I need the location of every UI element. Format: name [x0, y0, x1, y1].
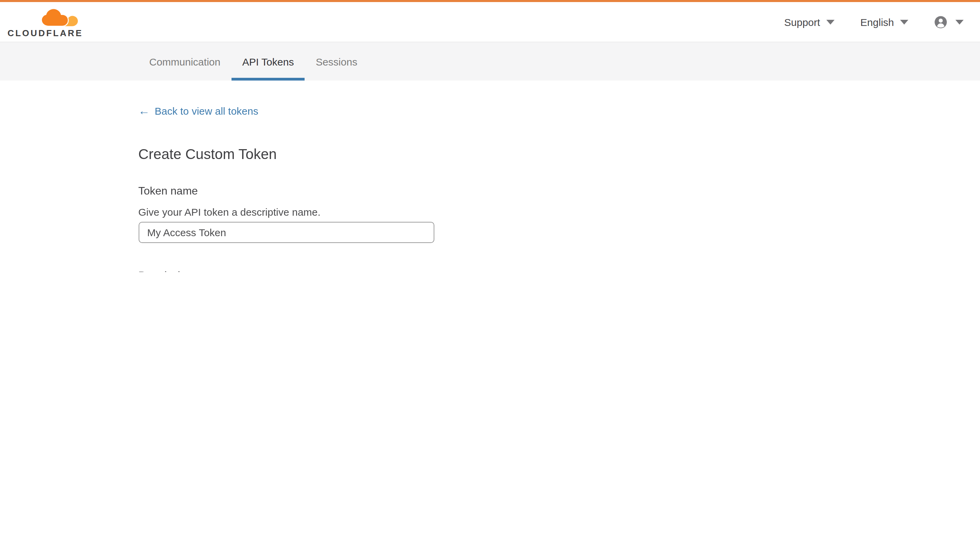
- chevron-down-icon: [900, 19, 908, 24]
- token-name-input[interactable]: [138, 222, 434, 243]
- permissions-heading: Permissions: [138, 270, 842, 272]
- chevron-down-icon: [955, 19, 964, 24]
- token-name-heading: Token name: [138, 185, 842, 197]
- chevron-down-icon: [826, 19, 835, 24]
- back-arrow-icon: ←: [138, 106, 150, 116]
- back-to-tokens-link[interactable]: ← Back to view all tokens: [138, 105, 258, 117]
- profile-tab-bar: Communication API Tokens Sessions: [0, 42, 980, 81]
- tab-sessions[interactable]: Sessions: [305, 42, 368, 81]
- user-avatar-icon: [934, 15, 947, 29]
- back-link-label: Back to view all tokens: [155, 105, 258, 117]
- language-menu[interactable]: English: [861, 16, 908, 28]
- cloudflare-cloud-icon: [40, 8, 78, 27]
- support-label: Support: [784, 16, 820, 28]
- cloudflare-wordmark: CLOUDFLARE: [8, 28, 83, 38]
- page-title: Create Custom Token: [138, 146, 842, 162]
- top-header: CLOUDFLARE Support English: [0, 2, 980, 42]
- token-name-description: Give your API token a descriptive name.: [138, 206, 842, 218]
- cloudflare-dashboard-page: CLOUDFLARE Support English Comm: [0, 0, 980, 272]
- support-menu[interactable]: Support: [784, 16, 835, 28]
- tab-communication[interactable]: Communication: [138, 42, 231, 81]
- cloudflare-logo[interactable]: CLOUDFLARE: [8, 5, 83, 38]
- header-right-menu: Support English: [784, 15, 964, 29]
- tab-api-tokens[interactable]: API Tokens: [231, 42, 305, 81]
- language-label: English: [861, 16, 894, 28]
- account-menu[interactable]: [934, 15, 964, 29]
- main-content: ← Back to view all tokens Create Custom …: [138, 81, 842, 272]
